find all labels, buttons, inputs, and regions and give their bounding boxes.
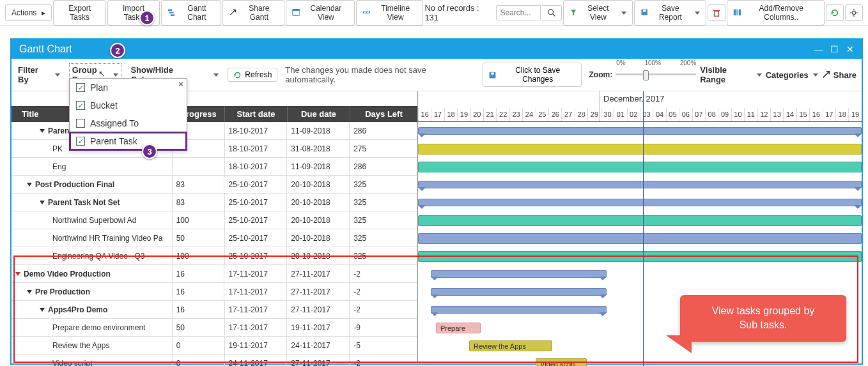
col-due-date[interactable]: Due date — [288, 106, 350, 122]
svg-rect-13 — [643, 10, 646, 11]
table-row[interactable]: Northwind HR Training Video Pa 50 25-10-… — [12, 229, 417, 247]
cell-due-date: 20-10-2018 — [287, 211, 350, 229]
table-row[interactable]: Post Production Final 83 25-10-2017 20-1… — [12, 176, 417, 194]
minimize-button[interactable]: — — [814, 44, 823, 54]
share-button[interactable]: Share — [822, 70, 856, 80]
maximize-button[interactable]: ☐ — [830, 44, 839, 54]
save-report-button[interactable]: Save Report — [634, 0, 706, 26]
table-row[interactable]: Eng 18-10-2017 11-09-2018 286 — [12, 158, 417, 176]
refresh-button[interactable]: Refresh — [228, 68, 277, 82]
close-icon[interactable]: ✕ — [178, 80, 184, 89]
cell-start-date: 17-11-2017 — [225, 301, 288, 318]
gantt-bar[interactable] — [418, 181, 862, 188]
table-row[interactable]: Engineering QA Video - Q3 100 25-10-2017… — [12, 247, 417, 265]
share-gantt-button[interactable]: Share Gantt — [222, 0, 284, 26]
search-button[interactable] — [542, 5, 562, 20]
gantt-bar-row: Video scrip — [418, 355, 862, 366]
settings-icon-button[interactable] — [845, 4, 863, 21]
day-cell: 06 — [679, 108, 692, 121]
table-row[interactable]: Northwind Superbowl Ad 100 25-10-2017 20… — [12, 211, 417, 229]
add-remove-columns-button[interactable]: Add/Remove Columns.. — [727, 0, 825, 26]
cell-progress — [173, 158, 225, 175]
gantt-bar-row — [418, 122, 862, 140]
table-row[interactable]: Apps4Pro Demo 16 17-11-2017 27-11-2017 -… — [12, 301, 417, 319]
expand-caret-icon[interactable] — [15, 272, 20, 276]
day-cell: 10 — [731, 108, 744, 121]
cell-progress: 83 — [173, 194, 225, 211]
cell-days-left: 325 — [350, 247, 417, 264]
gantt-bar[interactable] — [418, 215, 862, 226]
close-button[interactable]: ✕ — [846, 44, 854, 54]
delete-report-button[interactable] — [708, 4, 725, 21]
day-cell: 11 — [744, 108, 757, 121]
actions-button[interactable]: Actions▸ — [5, 4, 52, 21]
table-row[interactable]: Prepare demo environment 50 17-11-2017 1… — [12, 319, 417, 337]
group-by-option-label: Plan — [90, 82, 108, 93]
visible-range-dropdown[interactable]: Visible Range — [700, 65, 761, 84]
group-by-option[interactable]: ✓ Parent Task — [70, 132, 187, 150]
table-row[interactable]: Demo Video Production 16 17-11-2017 27-1… — [12, 265, 417, 283]
cell-progress: 16 — [173, 301, 225, 318]
cell-days-left: 286 — [350, 122, 417, 139]
day-cell: 26 — [548, 108, 561, 121]
day-cell: 20 — [470, 108, 483, 121]
month-label: December, 2017 — [603, 94, 664, 103]
gantt-bar[interactable] — [418, 199, 862, 206]
step-badge-3: 3 — [142, 144, 157, 159]
cell-days-left: -5 — [350, 337, 417, 354]
gantt-bar[interactable] — [418, 127, 862, 135]
table-row[interactable]: Review the Apps 0 19-11-2017 24-11-2017 … — [12, 337, 417, 355]
expand-caret-icon[interactable] — [40, 308, 45, 312]
group-by-option-label: Bucket — [90, 100, 118, 111]
expand-caret-icon[interactable] — [40, 201, 45, 204]
svg-rect-16 — [734, 10, 736, 16]
cell-start-date: 25-10-2017 — [225, 211, 288, 229]
cell-title: Demo Video Production — [12, 265, 173, 282]
col-start-date[interactable]: Start date — [225, 106, 288, 122]
gantt-titlebar: Gantt Chart — ☐ ✕ — [12, 40, 862, 59]
gantt-bar[interactable]: Review the Apps — [469, 340, 552, 351]
timeline-view-button[interactable]: Timeline View — [356, 0, 423, 26]
cell-progress: 0 — [173, 355, 225, 366]
export-tasks-button[interactable]: Export Tasks — [53, 0, 106, 26]
gantt-bar[interactable] — [431, 306, 607, 314]
save-changes-button[interactable]: Click to Save Changes — [483, 63, 582, 87]
gantt-chart-button[interactable]: Gantt Chart — [161, 0, 221, 26]
day-cell: 27 — [561, 108, 574, 121]
gantt-bar[interactable] — [418, 162, 862, 172]
cell-progress: 50 — [173, 319, 225, 336]
save-icon — [488, 71, 497, 79]
table-row[interactable]: Video script 0 24-11-2017 27-11-2017 -2 — [12, 355, 417, 366]
day-cell: 24 — [522, 108, 535, 121]
gantt-bar[interactable] — [418, 144, 862, 155]
col-days-left[interactable]: Days Left — [350, 106, 418, 122]
zoom-slider[interactable]: 0%100%200% — [616, 68, 696, 81]
group-by-option[interactable]: Assigned To — [70, 114, 187, 132]
gantt-bar-row — [418, 211, 862, 229]
categories-dropdown[interactable]: Categories — [766, 70, 818, 80]
day-cell: 13 — [770, 108, 783, 121]
search-input[interactable] — [496, 5, 541, 20]
filter-by-dropdown[interactable]: Filter By — [17, 63, 61, 86]
group-by-option[interactable]: ✓ Plan — [70, 79, 187, 96]
gantt-bar[interactable] — [418, 233, 862, 244]
table-row[interactable]: Pre Production 16 17-11-2017 27-11-2017 … — [12, 283, 417, 301]
group-by-option[interactable]: ✓ Bucket — [70, 96, 187, 114]
step-badge-1: 1 — [139, 10, 155, 26]
expand-caret-icon[interactable] — [27, 290, 32, 294]
gantt-bar[interactable] — [431, 270, 607, 278]
gantt-bar[interactable]: Video scrip — [536, 358, 587, 366]
day-cell: 03 — [640, 108, 653, 121]
expand-caret-icon[interactable] — [40, 129, 45, 133]
refresh-icon-button[interactable] — [826, 4, 844, 21]
gantt-bar[interactable] — [418, 251, 862, 262]
calendar-view-button[interactable]: Calendar View — [286, 0, 355, 26]
select-view-button[interactable]: Select View — [563, 0, 633, 26]
cell-progress: 100 — [173, 247, 225, 264]
expand-caret-icon[interactable] — [27, 183, 32, 187]
gantt-bar[interactable]: Prepare — [436, 323, 481, 333]
table-row[interactable]: Parent Task Not Set 83 25-10-2017 20-10-… — [12, 194, 417, 211]
gantt-bar[interactable] — [431, 288, 607, 296]
cell-days-left: -2 — [350, 301, 417, 318]
cell-title: Engineering QA Video - Q3 — [12, 247, 173, 264]
